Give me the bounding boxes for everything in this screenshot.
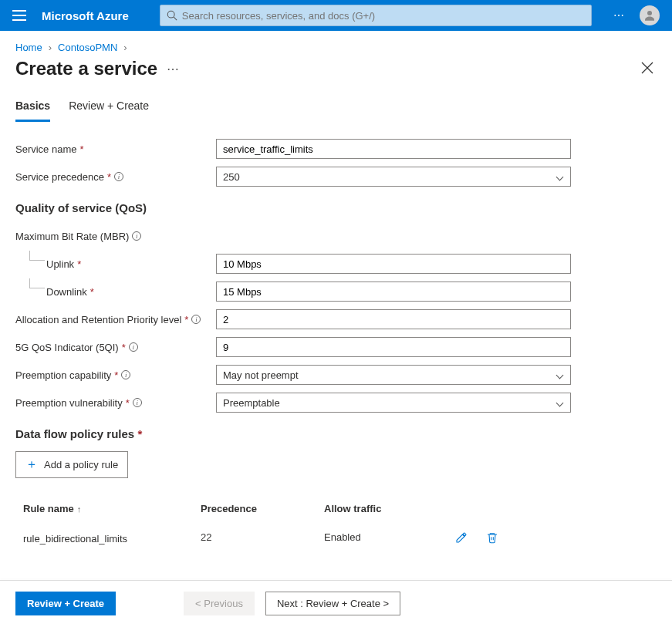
rules-section-header: Data flow policy rules *	[15, 427, 657, 440]
required-marker: *	[77, 258, 81, 270]
svg-point-2	[647, 11, 652, 15]
next-button[interactable]: Next : Review + Create >	[265, 592, 400, 615]
breadcrumb-home[interactable]: Home	[15, 42, 42, 53]
chevron-down-icon	[556, 399, 564, 406]
service-precedence-value: 250	[223, 171, 240, 183]
user-avatar[interactable]	[640, 5, 660, 25]
rule-precedence-cell: 22	[201, 531, 324, 546]
column-allow-traffic[interactable]: Allow traffic	[324, 503, 447, 514]
service-precedence-label: Service precedence	[15, 171, 104, 183]
add-rule-label: Add a policy rule	[44, 459, 118, 470]
edit-rule-button[interactable]	[455, 531, 468, 546]
breadcrumb: Home › ContosoPMN ›	[0, 31, 672, 58]
sort-ascending-icon: ↑	[77, 504, 82, 514]
brand-label: Microsoft Azure	[42, 9, 129, 22]
column-rule-name-label: Rule name	[23, 503, 74, 514]
more-menu-icon[interactable]: ⋯	[613, 9, 626, 22]
breadcrumb-resource[interactable]: ContosoPMN	[58, 42, 117, 53]
svg-point-0	[167, 11, 174, 18]
required-marker: *	[122, 342, 126, 353]
tree-connector	[29, 278, 45, 288]
service-name-input[interactable]	[216, 139, 571, 159]
title-row: Create a service ⋯	[0, 58, 672, 93]
close-icon	[641, 62, 653, 74]
search-input[interactable]	[182, 10, 585, 22]
table-row: rule_bidirectional_limits 22 Enabled	[15, 521, 657, 557]
title-more-icon[interactable]: ⋯	[167, 62, 181, 76]
previous-button: < Previous	[184, 592, 255, 615]
uplink-input[interactable]	[216, 254, 571, 274]
info-icon[interactable]: i	[133, 398, 142, 407]
qos-section-header: Quality of service (QoS)	[15, 201, 657, 214]
edit-icon	[455, 531, 468, 544]
search-icon	[167, 10, 177, 21]
info-icon[interactable]: i	[129, 342, 138, 352]
add-policy-rule-button[interactable]: ＋ Add a policy rule	[15, 451, 128, 478]
column-precedence[interactable]: Precedence	[201, 503, 324, 514]
trash-icon	[486, 531, 498, 544]
required-marker: *	[79, 143, 83, 155]
required-marker: *	[107, 171, 111, 183]
page-title: Create a service	[15, 58, 157, 79]
downlink-label: Downlink	[46, 286, 87, 298]
info-icon[interactable]: i	[191, 315, 201, 324]
footer-bar: Review + Create < Previous Next : Review…	[0, 581, 672, 617]
preempt-vulnerability-value: Preemptable	[223, 397, 280, 409]
mbr-label: Maximum Bit Rate (MBR)	[15, 231, 129, 242]
global-search[interactable]	[160, 5, 592, 26]
service-name-label: Service name	[15, 143, 76, 155]
downlink-input[interactable]	[216, 282, 571, 302]
chevron-right-icon: ›	[123, 42, 127, 53]
fgqi-label: 5G QoS Indicator (5QI)	[15, 342, 119, 353]
tab-review-create[interactable]: Review + Create	[69, 93, 149, 122]
required-marker: *	[90, 286, 94, 298]
info-icon[interactable]: i	[121, 370, 130, 379]
plus-icon: ＋	[25, 457, 38, 473]
column-rule-name[interactable]: Rule name ↑	[23, 503, 201, 514]
review-create-button[interactable]: Review + Create	[15, 592, 116, 615]
tree-connector	[29, 251, 45, 261]
preempt-capability-value: May not preempt	[223, 369, 299, 381]
chevron-down-icon	[556, 371, 564, 379]
required-marker: *	[184, 314, 188, 325]
chevron-right-icon: ›	[49, 42, 52, 53]
required-marker: *	[126, 397, 130, 409]
info-icon[interactable]: i	[132, 231, 141, 241]
top-bar: Microsoft Azure ⋯	[0, 0, 672, 31]
menu-toggle-icon[interactable]	[12, 10, 26, 21]
person-icon	[643, 8, 657, 22]
form-area: Service name * Service precedence * i 25…	[0, 123, 672, 565]
close-button[interactable]	[638, 59, 657, 79]
rule-allow-cell: Enabled	[324, 531, 447, 546]
arp-input[interactable]	[216, 309, 571, 329]
svg-line-1	[174, 17, 177, 20]
arp-label: Allocation and Retention Priority level	[15, 314, 181, 325]
info-icon[interactable]: i	[114, 172, 123, 181]
rule-name-cell: rule_bidirectional_limits	[23, 531, 201, 546]
rules-table: Rule name ↑ Precedence Allow traffic rul…	[15, 497, 657, 557]
preempt-capability-label: Preemption capability	[15, 369, 111, 381]
preempt-vulnerability-label: Preemption vulnerability	[15, 397, 123, 409]
rules-table-header: Rule name ↑ Precedence Allow traffic	[15, 497, 657, 521]
uplink-label: Uplink	[46, 258, 74, 270]
tabs: Basics Review + Create	[0, 93, 672, 123]
delete-rule-button[interactable]	[486, 531, 498, 546]
chevron-down-icon	[556, 173, 564, 180]
required-marker: *	[137, 427, 142, 440]
fgqi-input[interactable]	[216, 337, 571, 357]
rules-header-label: Data flow policy rules	[15, 427, 134, 440]
required-marker: *	[114, 369, 118, 381]
service-precedence-select[interactable]: 250	[216, 167, 571, 187]
tab-basics[interactable]: Basics	[15, 93, 50, 122]
preempt-vulnerability-select[interactable]: Preemptable	[216, 393, 571, 413]
preempt-capability-select[interactable]: May not preempt	[216, 365, 571, 385]
